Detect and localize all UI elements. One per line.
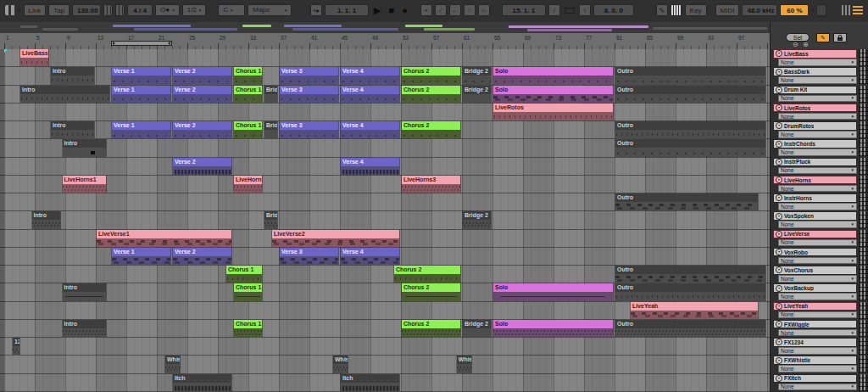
track-name-row[interactable]: ▾BassDark xyxy=(773,67,857,76)
scale-root-select[interactable]: C ▾ xyxy=(218,4,245,16)
input-monitor-chooser[interactable]: None▼ xyxy=(778,59,857,66)
track-header-instrpluck[interactable]: ▾InstrPluckNone▼ xyxy=(771,158,868,175)
clip-verse-1[interactable]: Verse 1 xyxy=(111,248,171,265)
loop-switch[interactable] xyxy=(565,8,575,14)
track-fold-icon[interactable]: ▾ xyxy=(776,321,782,328)
track-fold-icon[interactable]: ▾ xyxy=(776,50,782,57)
quantization-menu[interactable]: O● ▾ xyxy=(155,4,180,16)
track-header-fxwiggle[interactable]: ▾FXWiggleNone▼ xyxy=(771,320,868,337)
loop-start-display[interactable]: 15. 1. 1 xyxy=(502,4,546,16)
input-monitor-chooser[interactable]: None▼ xyxy=(778,221,857,228)
clip-outro[interactable]: Outro xyxy=(615,139,766,156)
track-name-row[interactable]: ▾DrumRotos xyxy=(773,121,857,131)
clip-whistle[interactable]: Whistle xyxy=(332,356,348,372)
record-quantize-menu[interactable]: 1/2 ▾ xyxy=(182,4,207,16)
track-header-voxspoken[interactable]: ▾VoxSpokenNone▼ xyxy=(771,211,868,228)
track-name-row[interactable]: ▾FXWhistle xyxy=(773,356,857,365)
tap-tempo-button[interactable]: Tap xyxy=(48,4,70,16)
clip-verse-4[interactable]: Verse 4 xyxy=(340,121,400,138)
track-name-row[interactable]: ▾InstrPluck xyxy=(773,158,857,167)
clip-verse-1[interactable]: Verse 1 xyxy=(111,86,171,103)
input-monitor-chooser[interactable]: None▼ xyxy=(778,167,857,175)
clip-verse-3[interactable]: Verse 3 xyxy=(279,86,339,103)
arrangement-grid[interactable]: LiveBassIntroVerse 1Verse 2Chorus 1Verse… xyxy=(0,49,770,392)
track-fold-icon[interactable]: ▾ xyxy=(776,176,782,183)
capture-selection-button[interactable]: ▫ xyxy=(464,4,476,16)
clip-1234[interactable]: 1234 xyxy=(12,338,20,355)
track-fold-icon[interactable]: ▾ xyxy=(776,285,782,292)
clip-livebass[interactable]: LiveBass xyxy=(19,49,49,66)
track-fold-icon[interactable]: ▾ xyxy=(776,231,782,238)
cpu-load-meter[interactable]: 60 % xyxy=(780,4,809,16)
clip-outro[interactable]: Outro xyxy=(615,320,766,337)
clip-whistle[interactable]: Whistle xyxy=(456,356,472,372)
input-monitor-chooser[interactable]: None▼ xyxy=(778,347,857,355)
input-monitor-chooser[interactable]: None▼ xyxy=(778,311,857,319)
draw-automation-toggle[interactable]: ✎ xyxy=(816,33,830,42)
loop-brace[interactable] xyxy=(111,41,172,46)
clip-livehorns3[interactable]: LiveHorns3 xyxy=(401,176,461,193)
track-header-drumrotos[interactable]: ▾DrumRotosNone▼ xyxy=(771,121,868,138)
track-fold-icon[interactable]: ▾ xyxy=(776,122,782,129)
track-header-instrhorns[interactable]: ▾InstrHornsNone▼ xyxy=(771,193,868,210)
clip-bridge-2[interactable]: Bridge 2 xyxy=(462,320,492,337)
track-name-row[interactable]: ▾LiveHorns xyxy=(773,176,857,185)
midi-map-button[interactable]: MIDI xyxy=(715,4,740,16)
track-name-row[interactable]: ▾FXWiggle xyxy=(773,320,857,329)
session-record-button[interactable]: ○ xyxy=(478,4,490,16)
track-name-row[interactable]: ▾FX1234 xyxy=(773,338,857,347)
track-header-livebass[interactable]: ▾LiveBassNone▼ xyxy=(771,49,868,66)
clip-bridge-2[interactable]: Bridge 2 xyxy=(462,211,492,228)
clip-liverotos[interactable]: LiveRotos xyxy=(492,104,614,120)
track-name-row[interactable]: ▾LiveYeah xyxy=(773,302,857,311)
time-signature-display[interactable]: 4 / 4 xyxy=(127,4,153,16)
track-fold-icon[interactable]: ▾ xyxy=(776,266,782,273)
clip-verse-3[interactable]: Verse 3 xyxy=(279,121,339,138)
track-header-fxitch[interactable]: ▾FXItchNone▼ xyxy=(771,374,868,391)
clip-whistle[interactable]: Whistle xyxy=(164,356,181,372)
clip-chorus-1[interactable]: Chorus 1 xyxy=(233,121,263,138)
clip-solo[interactable]: Solo xyxy=(492,67,614,84)
clip-bridge-2[interactable]: Bridge 2 xyxy=(462,67,492,84)
track-name-row[interactable]: ▾Drum Kit xyxy=(773,86,857,95)
track-fold-icon[interactable]: ▾ xyxy=(776,249,782,255)
clip-outro[interactable]: Outro xyxy=(615,283,766,300)
clip-chorus-1[interactable]: Chorus 1 xyxy=(233,67,263,84)
clip-verse-1[interactable]: Verse 1 xyxy=(111,121,171,138)
input-monitor-chooser[interactable]: None▼ xyxy=(778,384,857,391)
track-header-liveyeah[interactable]: ▾LiveYeahNone▼ xyxy=(771,302,868,319)
input-monitor-chooser[interactable]: None▼ xyxy=(778,203,857,210)
clip-chorus-2[interactable]: Chorus 2 xyxy=(401,320,461,337)
clip-outro[interactable]: Outro xyxy=(615,266,766,283)
draw-mode-button[interactable]: ✎ xyxy=(656,4,668,16)
track-fold-icon[interactable]: ▾ xyxy=(776,357,782,364)
nudge-up-button[interactable] xyxy=(115,4,125,16)
clip-verse-3[interactable]: Verse 3 xyxy=(279,248,339,265)
input-monitor-chooser[interactable]: None▼ xyxy=(778,95,857,103)
track-header-voxrobo[interactable]: ▾VoxRoboNone▼ xyxy=(771,248,868,265)
link-button[interactable]: Link xyxy=(24,4,47,16)
clip-verse-4[interactable]: Verse 4 xyxy=(340,158,400,175)
clip-chorus-2[interactable]: Chorus 2 xyxy=(401,283,461,300)
track-fold-icon[interactable]: ▾ xyxy=(776,303,782,310)
automation-arm-button[interactable]: ∕ xyxy=(435,4,447,16)
zoom-out-button[interactable]: ⊖ xyxy=(793,41,798,48)
clip-liveverse1[interactable]: LiveVerse1 xyxy=(96,230,232,247)
clip-intro[interactable]: Intro xyxy=(62,283,107,300)
zoom-in-button[interactable]: ⊕ xyxy=(803,41,809,48)
clip-verse-1[interactable]: Verse 1 xyxy=(111,67,171,84)
track-header-voxchorus[interactable]: ▾VoxChorusNone▼ xyxy=(771,266,868,283)
track-name-row[interactable]: ▾VoxRobo xyxy=(773,248,857,257)
track-header-liveverse[interactable]: ▾LiveVerseNone▼ xyxy=(771,230,868,247)
track-header-fxwhistle[interactable]: ▾FXWhistleNone▼ xyxy=(771,356,868,372)
clip-intro[interactable]: Intro xyxy=(31,211,61,228)
punch-in-button[interactable]: / xyxy=(548,4,560,16)
track-name-row[interactable]: ▾LiveRotos xyxy=(773,104,857,113)
input-monitor-chooser[interactable]: None▼ xyxy=(778,365,857,372)
input-monitor-chooser[interactable]: None▼ xyxy=(778,148,857,156)
track-fold-icon[interactable]: ▾ xyxy=(776,141,782,148)
record-button[interactable]: ● xyxy=(399,4,410,16)
track-header-fx1234[interactable]: ▾FX1234None▼ xyxy=(771,338,868,355)
input-monitor-chooser[interactable]: None▼ xyxy=(778,329,857,337)
track-name-row[interactable]: ▾InstrHorns xyxy=(773,193,857,203)
